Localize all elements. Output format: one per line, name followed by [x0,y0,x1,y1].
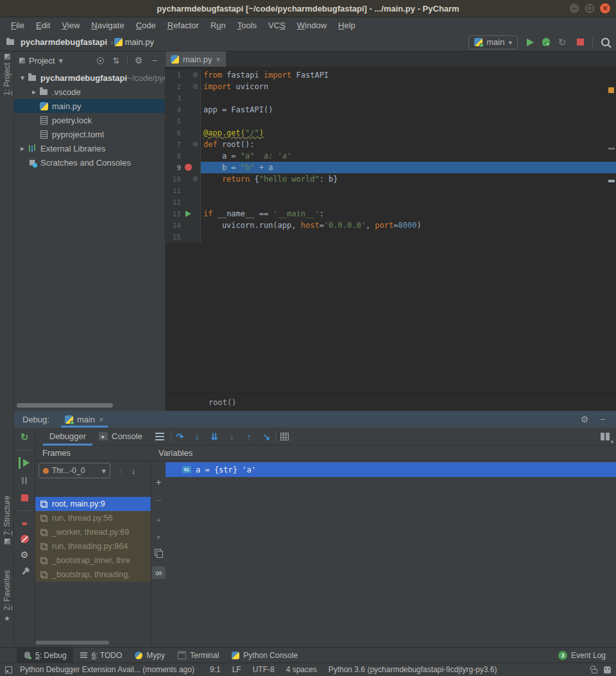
gear-icon[interactable] [19,549,30,560]
evaluate-expression-icon[interactable] [279,431,290,442]
view-breakpoints-icon[interactable] [19,517,30,529]
line-ending[interactable]: LF [232,665,241,674]
code-line[interactable]: 6@app.get("/") [166,127,616,139]
tab-main-py[interactable]: main.py [166,51,226,67]
search-everywhere-icon[interactable] [599,37,611,48]
menu-item-run[interactable]: Run [205,21,232,30]
frame-row[interactable]: root, main.py:9 [35,497,151,511]
close-session-icon[interactable] [99,415,104,424]
menu-item-tools[interactable]: Tools [232,21,262,30]
tree-item-poetry-lock[interactable]: poetry.lock [14,113,165,127]
gutter-cell[interactable]: 2 [166,81,201,92]
fold-marker-icon[interactable] [193,142,198,146]
gutter-cell[interactable]: 7 [166,139,201,150]
code-line[interactable]: 13if __name__ == '__main__': [166,208,616,220]
move-watch-up-icon[interactable] [153,512,164,523]
rerun-icon[interactable] [19,431,30,443]
code-line[interactable]: 10 return {"hello world": b} [166,173,616,185]
tree-item-main-py[interactable]: main.py [14,99,165,113]
next-frame-icon[interactable] [127,466,140,476]
minimize-icon[interactable] [569,3,580,14]
gutter-cell[interactable]: 3 [166,92,201,104]
interpreter-info[interactable]: Python 3.6 (pycharmdebugfastapi-9cdjtyrg… [329,665,497,674]
menu-item-edit[interactable]: Edit [30,21,56,30]
step-over-icon[interactable] [175,431,185,442]
maximize-icon[interactable] [584,3,595,14]
show-watches-icon[interactable] [152,566,166,579]
tree-item-external-libraries[interactable]: External Libraries [14,141,165,155]
code-line[interactable]: 4app = FastAPI() [166,104,616,116]
menu-item-code[interactable]: Code [130,21,162,30]
stop-icon[interactable] [574,37,586,48]
close-icon[interactable] [599,3,611,14]
remove-watch-icon[interactable] [153,494,164,505]
view-menu-icon[interactable] [155,433,164,440]
code-line[interactable]: 9 b = "b" + a [166,162,616,173]
toolwindow-button-6-todo[interactable]: 6: TODO [73,648,129,663]
thread-selector[interactable]: Thr...-0_0 [38,463,110,478]
menu-item-window[interactable]: Window [291,21,332,30]
code-line[interactable]: 2import uvicorn [166,81,616,92]
lock-icon[interactable] [592,669,597,673]
hector-icon[interactable] [604,666,611,673]
stop-icon[interactable] [19,492,30,503]
tree-item-scratches-and-consoles[interactable]: Scratches and Consoles [14,155,165,169]
step-out-icon[interactable] [244,431,255,442]
gutter-cell[interactable]: 6 [166,127,201,139]
gear-icon[interactable] [133,55,144,65]
toolwindow-toggle-icon[interactable] [5,666,12,673]
indent-setting[interactable]: 4 spaces [286,665,317,674]
close-tab-icon[interactable] [216,55,221,64]
toolwindow-button-mypy[interactable]: Mypy [128,648,171,663]
layout-settings-icon[interactable] [601,433,610,440]
sidebar-item-structure[interactable]: 7: Structure [0,496,14,568]
hide-icon[interactable] [150,55,160,65]
run-config-selector[interactable]: main [468,35,518,49]
menu-item-file[interactable]: File [5,21,30,30]
sidebar-item-favorites[interactable]: 2: Favorites [0,570,14,641]
gutter-cell[interactable]: 14 [166,220,201,231]
run-icon[interactable] [524,37,536,48]
tab-console[interactable]: Console [92,428,149,446]
fold-marker-icon[interactable] [193,84,198,89]
menu-item-refactor[interactable]: Refactor [162,21,205,30]
tree-item-pycharmdebugfastapi[interactable]: pycharmdebugfastapi ~/code/pycharmdebugf… [14,71,165,85]
breadcrumb-scope[interactable]: root() [209,398,236,407]
frame-row[interactable]: _worker, thread.py:69 [35,525,151,539]
tree-item--vscode[interactable]: .vscode [14,85,165,99]
gutter-cell[interactable]: 1 [166,69,201,81]
pin-icon[interactable] [16,564,32,580]
code-line[interactable]: 3 [166,92,616,104]
toolwindow-button-python-console[interactable]: Python Console [225,648,304,663]
expand-arrow-icon[interactable] [18,144,27,153]
breadcrumb-file[interactable]: main.py [124,37,154,47]
gutter-cell[interactable]: 9 [166,162,201,173]
force-step-into-icon[interactable] [209,431,220,442]
move-watch-down-icon[interactable] [153,530,164,541]
menu-item-navigate[interactable]: Navigate [85,21,130,30]
code-line[interactable]: 12 [166,196,616,208]
code-line[interactable]: 1from fastapi import FastAPI [166,69,616,81]
menu-item-vcs[interactable]: VCS [262,21,291,30]
menu-item-help[interactable]: Help [332,21,361,30]
resume-icon[interactable] [19,457,30,469]
run-gutter-icon[interactable] [185,211,191,217]
frame-row[interactable]: _bootstrap_inner, thre [35,553,151,568]
gutter-cell[interactable]: 8 [166,150,201,162]
tree-item-pyproject-toml[interactable]: pyproject.toml [14,127,165,141]
toolwindow-button-5-debug[interactable]: 5: Debug [17,648,73,663]
previous-frame-icon[interactable] [114,466,127,476]
add-watch-icon[interactable] [153,476,164,487]
gutter-cell[interactable]: 11 [166,185,201,196]
expand-arrow-icon[interactable] [30,87,38,96]
code-line[interactable]: 14 uvicorn.run(app, host='0.0.0.0', port… [166,220,616,231]
chevron-down-icon[interactable] [58,56,63,65]
hide-window-icon[interactable] [597,414,608,424]
fold-marker-icon[interactable] [193,73,198,77]
step-into-icon[interactable] [192,431,203,442]
fold-marker-icon[interactable] [193,177,198,181]
code-line[interactable]: 15 [166,231,616,243]
code-line[interactable]: 8 a = "a" a: 'a' [166,150,616,162]
frame-row[interactable]: run, threading.py:864 [35,539,151,553]
project-panel-title[interactable]: Project [29,56,55,65]
